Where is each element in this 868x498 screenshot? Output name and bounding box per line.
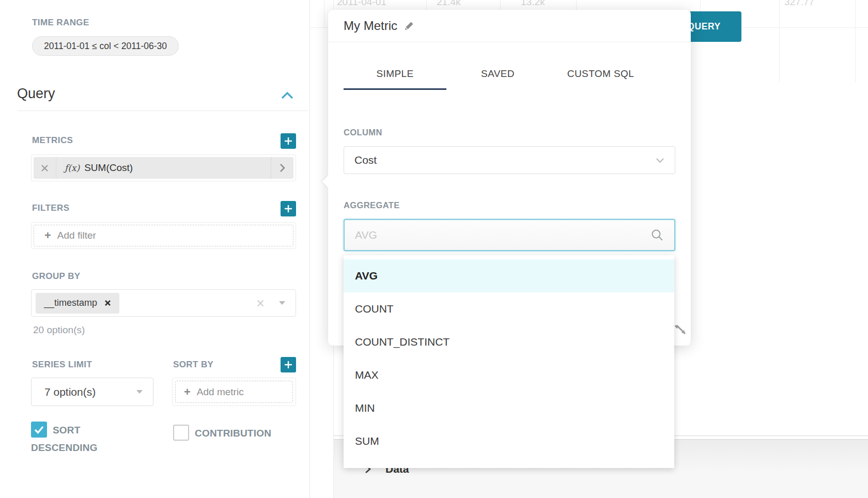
plus-icon: + xyxy=(184,386,191,398)
control-panel: TIME RANGE 2011-01-01 ≤ col < 2011-06-30… xyxy=(0,0,310,498)
add-sort-metric-dropzone[interactable]: + Add metric xyxy=(175,381,293,403)
contribution-option[interactable]: CONTRIBUTION xyxy=(173,425,307,442)
column-select[interactable]: Cost xyxy=(344,146,675,174)
section-divider xyxy=(17,111,308,111)
table-cell-timestamp: 2011-04-01 xyxy=(337,0,386,8)
table-gridline xyxy=(779,0,780,83)
column-select-value: Cost xyxy=(354,154,377,166)
add-filter-button[interactable] xyxy=(281,201,296,216)
tab-saved[interactable]: SAVED xyxy=(446,60,549,90)
clear-select-icon[interactable] xyxy=(256,299,265,307)
add-filter-placeholder: Add filter xyxy=(57,230,96,241)
plus-icon xyxy=(284,361,292,369)
aggregate-option-sum[interactable]: SUM xyxy=(344,425,674,458)
group-by-select[interactable]: __timestamp xyxy=(31,289,296,317)
column-label: COLUMN xyxy=(344,128,382,137)
popover-header: My Metric xyxy=(328,10,691,42)
aggregate-label: AGGREGATE xyxy=(344,200,400,210)
series-limit-label: SERIES LIMIT xyxy=(32,360,92,370)
aggregate-option-max[interactable]: MAX xyxy=(344,359,674,392)
checkmark-icon xyxy=(31,422,47,438)
pencil-icon[interactable] xyxy=(404,20,415,32)
time-range-label: TIME RANGE xyxy=(32,18,89,28)
filters-label: FILTERS xyxy=(32,203,69,213)
remove-tag-icon[interactable] xyxy=(104,300,111,306)
search-icon xyxy=(650,228,664,242)
group-by-options-hint: 20 option(s) xyxy=(33,324,85,336)
plus-icon: + xyxy=(44,230,51,241)
contribution-checkbox[interactable] xyxy=(173,425,189,441)
table-cell-value: 13.2k xyxy=(521,0,545,8)
remove-metric-icon[interactable] xyxy=(34,157,56,179)
table-cell-value: 21.4k xyxy=(437,0,460,8)
aggregate-option-min[interactable]: MIN xyxy=(344,392,674,425)
metric-pill[interactable]: ƒ(x) SUM(Cost) xyxy=(34,157,293,179)
tab-simple[interactable]: SIMPLE xyxy=(344,60,446,90)
resize-icon[interactable] xyxy=(674,322,688,337)
group-by-tag[interactable]: __timestamp xyxy=(36,293,119,314)
expand-metric-icon[interactable] xyxy=(271,157,293,179)
metric-title: My Metric xyxy=(344,19,397,33)
aggregate-input[interactable] xyxy=(355,229,644,241)
contribution-label: CONTRIBUTION xyxy=(195,428,271,439)
series-limit-value: 7 option(s) xyxy=(44,386,96,398)
aggregate-option-count[interactable]: COUNT xyxy=(344,292,674,325)
filters-field: + Add filter xyxy=(31,222,296,249)
add-metric-button[interactable] xyxy=(281,133,296,149)
aggregate-option-count-distinct[interactable]: COUNT_DISTINCT xyxy=(344,325,674,359)
caret-down-icon[interactable] xyxy=(279,301,285,305)
metrics-field: ƒ(x) SUM(Cost) xyxy=(31,154,296,181)
table-cell-value: 327.77 xyxy=(784,0,814,8)
add-filter-dropzone[interactable]: + Add filter xyxy=(34,225,293,246)
time-range-value[interactable]: 2011-01-01 ≤ col < 2011-06-30 xyxy=(32,36,179,56)
fx-icon: ƒ(x) xyxy=(65,163,80,173)
chevron-up-icon[interactable] xyxy=(281,91,294,100)
group-by-label: GROUP BY xyxy=(32,271,81,282)
caret-down-icon xyxy=(136,390,143,394)
aggregate-combobox[interactable] xyxy=(344,219,675,251)
metric-name: SUM(Cost) xyxy=(84,162,133,174)
sort-by-field: + Add metric xyxy=(172,378,296,406)
add-sort-metric-placeholder: Add metric xyxy=(197,386,244,398)
aggregate-options-menu: AVG COUNT COUNT_DISTINCT MAX MIN SUM xyxy=(344,255,674,468)
sort-descending-checkbox[interactable] xyxy=(31,422,47,438)
metric-pill-label[interactable]: ƒ(x) SUM(Cost) xyxy=(56,157,271,179)
plus-icon xyxy=(284,137,292,145)
group-by-tag-label: __timestamp xyxy=(44,298,97,308)
sort-descending-option[interactable]: SORT DESCENDING xyxy=(31,422,137,457)
query-section-title: Query xyxy=(17,86,55,102)
tab-custom-sql[interactable]: CUSTOM SQL xyxy=(549,60,652,90)
plus-icon xyxy=(284,205,292,213)
table-gridline xyxy=(324,0,324,27)
table-gridline xyxy=(855,0,856,83)
explore-view: 2011-04-01 00:00:00 21.4k 13.2k 327.77 R… xyxy=(0,0,868,498)
popover-tabs: SIMPLE SAVED CUSTOM SQL xyxy=(344,60,652,90)
series-limit-select[interactable]: 7 option(s) xyxy=(31,378,153,406)
select-chevron-icon xyxy=(656,158,664,163)
aggregate-option-avg[interactable]: AVG xyxy=(344,259,674,292)
sort-by-label: SORT BY xyxy=(173,360,213,370)
add-sort-metric-button[interactable] xyxy=(281,357,296,372)
metrics-label: METRICS xyxy=(32,135,73,146)
